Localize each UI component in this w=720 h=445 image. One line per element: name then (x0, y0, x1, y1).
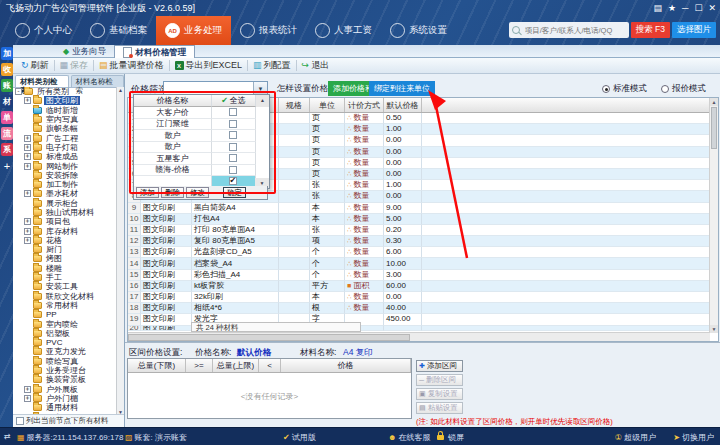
tree-tab-by-name[interactable]: 材料名称检索 (71, 75, 125, 87)
scrollbar-thumb[interactable] (128, 334, 410, 341)
price-kind-row[interactable]: 五星客户 (134, 153, 269, 165)
table-row[interactable]: 9图文印刷黑白简装A4本∴数量9.00 (128, 203, 718, 214)
modify-button[interactable]: 修改 (186, 187, 209, 198)
interval-header-cell[interactable]: 总量(上限) (213, 359, 259, 372)
side-button-shou[interactable]: 收 (1, 63, 13, 76)
tree-item[interactable]: +网站制作 (13, 161, 117, 170)
expand-icon[interactable]: + (24, 218, 31, 225)
interval-header-cell[interactable]: 价格 (281, 359, 411, 372)
tree-item[interactable]: 手工 (13, 273, 117, 282)
price-kind-checkbox[interactable] (212, 142, 256, 154)
ribbon-tab-report[interactable]: 报表统计 (231, 16, 306, 45)
quote-mode-radio[interactable]: 报价模式 (661, 83, 706, 95)
tree-item[interactable]: PP (13, 310, 117, 319)
tree-item[interactable]: 临时新增 (13, 106, 117, 115)
scroll-up-icon[interactable]: ▲ (256, 95, 269, 107)
theme-icon[interactable]: ▤ (653, 0, 662, 16)
tree-item[interactable]: 烤图 (13, 254, 117, 263)
price-kind-row[interactable]: 散户 (134, 130, 269, 142)
export-excel-button[interactable]: X导出到EXCEL (171, 59, 247, 73)
side-button-plus[interactable]: + (1, 159, 13, 172)
tree-scrollbar[interactable]: ▲ ▼ (116, 87, 124, 415)
collapse-icon[interactable]: - (15, 88, 22, 95)
tree-item[interactable]: +库存材料 (13, 226, 117, 235)
tree-item[interactable]: +图文印刷 (13, 96, 117, 105)
tree-item[interactable]: 亚克力发光 (13, 347, 117, 356)
tree-item[interactable]: +标准成品 (13, 152, 117, 161)
add-interval-button[interactable]: ✚添加区间 (416, 360, 463, 372)
table-row[interactable]: 14图文印刷档案袋_A4个∴数量10.00 (128, 258, 718, 269)
interval-header-cell[interactable]: >= (186, 359, 213, 372)
tree-item[interactable]: 独山试用材料 (13, 208, 117, 217)
tree-tab-by-category[interactable]: 材料类别检索 (15, 75, 69, 87)
tree-item[interactable]: PVC (13, 338, 117, 347)
interval-header-cell[interactable]: 总量(下限) (128, 359, 186, 372)
ribbon-tab-personal[interactable]: 个人中心 (6, 16, 81, 45)
swap-icon[interactable]: ⇄ (4, 432, 11, 441)
super-user-badge[interactable]: ① 超级用户 (615, 432, 656, 443)
tree-item[interactable]: +户外展板 (13, 385, 117, 394)
grid-horizontal-scrollbar[interactable] (128, 332, 710, 341)
expand-icon[interactable]: + (24, 135, 31, 142)
tree-item[interactable]: 加工制作 (13, 180, 117, 189)
price-kind-checkbox[interactable] (212, 119, 256, 131)
tree-item[interactable]: 安装工具 (13, 282, 117, 291)
maximize-icon[interactable]: ☐ (694, 0, 702, 16)
close-icon[interactable]: ✕ (708, 0, 716, 16)
ok-button[interactable]: 确定 (223, 187, 246, 198)
ribbon-tab-hr[interactable]: 人事工资 (306, 16, 381, 45)
tab-wizard[interactable]: ◆业务向导 (55, 45, 114, 58)
table-row[interactable]: 16图文印刷kt板背胶平方■面积60.00 (128, 281, 718, 292)
grid-header-cell[interactable]: 规格 (279, 98, 310, 112)
tree-item[interactable]: 业务受理台 (13, 366, 117, 375)
side-button-xi[interactable]: 系 (1, 143, 13, 156)
tree-item[interactable]: 通用材料 (13, 403, 117, 412)
tree-item[interactable]: 楼雕 (13, 264, 117, 273)
side-button-liu[interactable]: 流 (1, 127, 13, 140)
table-row[interactable]: 10图文印刷打包A4本∴数量5.00 (128, 214, 718, 225)
expand-icon[interactable]: + (24, 190, 31, 197)
tree-item[interactable]: +墨水耗材 (13, 189, 117, 198)
tree-item[interactable]: 铝塑板 (13, 329, 117, 338)
batch-adjust-button[interactable]: ▤批量调整价格 (95, 59, 168, 73)
scroll-up-icon[interactable]: ▲ (117, 87, 124, 93)
price-kind-checkbox[interactable] (212, 107, 256, 119)
ribbon-tab-settings[interactable]: 系统设置 (381, 16, 456, 45)
expand-icon[interactable]: + (24, 97, 31, 104)
tree-item[interactable]: 安装拆除 (13, 171, 117, 180)
expand-icon[interactable]: + (24, 228, 31, 235)
table-row[interactable]: 13图文印刷光盘刻录CD_A5个∴数量6.00 (128, 247, 718, 258)
tree-item[interactable]: 展示柜台 (13, 199, 117, 208)
tree-item[interactable]: 室内写真 (13, 115, 117, 124)
delete-button[interactable]: 删除 (161, 187, 184, 198)
tree-item[interactable]: +电子灯箱 (13, 143, 117, 152)
tree-item[interactable]: 常用材料 (13, 301, 117, 310)
search-button[interactable]: 搜索 F3 (631, 22, 670, 38)
minimize-icon[interactable]: ─ (682, 0, 688, 16)
online-service-button[interactable]: ☻ 在线客服 (388, 432, 430, 443)
price-kind-checkbox[interactable] (212, 165, 256, 177)
list-all-checkbox[interactable] (16, 417, 24, 425)
tree-item[interactable]: 联欣文化材料 (13, 292, 117, 301)
table-row[interactable]: 17图文印刷32k印刷本∴数量0.00 (128, 292, 718, 303)
tab-material-price[interactable]: 材料价格管理 (114, 45, 195, 59)
column-config-button[interactable]: ▥列配置 (249, 59, 295, 73)
expand-icon[interactable]: + (24, 237, 31, 244)
expand-icon[interactable]: + (24, 153, 31, 160)
price-kind-row[interactable]: 赣海-价格 (134, 165, 269, 177)
tree-item[interactable]: 室内喷绘 (13, 319, 117, 328)
tree-root[interactable]: -所有类别 (13, 87, 117, 96)
expand-icon[interactable]: + (24, 386, 31, 393)
tree-item[interactable]: +广告工程 (13, 133, 117, 142)
tree-item[interactable]: 喷绘写真 (13, 357, 117, 366)
switch-user-button[interactable]: ➤ 切换用户 (673, 432, 714, 443)
tree-item[interactable]: +项目包 (13, 217, 117, 226)
lock-screen-button[interactable]: 锁屏 (437, 432, 464, 443)
bind-to-unit-button[interactable]: 绑定到往来单位 (369, 81, 435, 96)
table-row[interactable]: 11图文印刷打印 80克单面A4张∴数量0.20 (128, 225, 718, 236)
refresh-button[interactable]: ↻刷新 (17, 59, 53, 73)
add-button[interactable]: 添加 (136, 187, 159, 198)
grid-header-cell[interactable]: 计价方式 (345, 98, 384, 112)
scroll-up-icon[interactable]: ▲ (710, 98, 718, 106)
price-kind-row[interactable]: 大客户价 (134, 107, 269, 119)
